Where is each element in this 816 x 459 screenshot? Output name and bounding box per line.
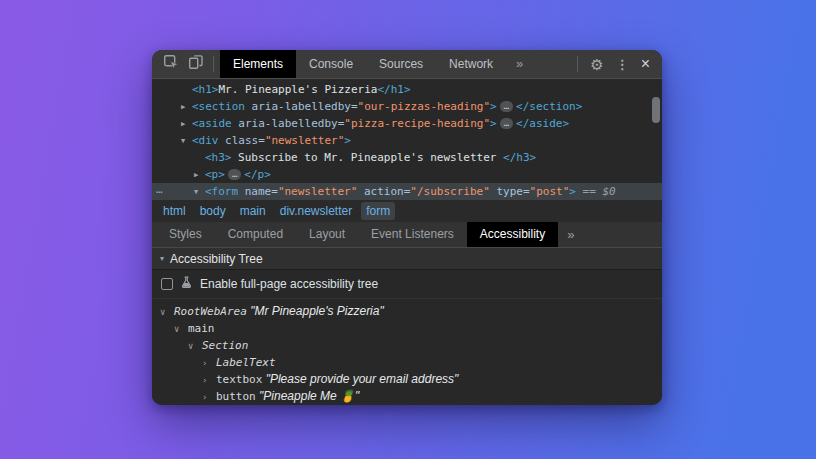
code-token-punct: =	[523, 185, 530, 198]
ax-node-button[interactable]: ›button "Pineapple Me 🍍"	[152, 388, 662, 405]
code-token-tag: </section>	[516, 100, 582, 113]
collapsed-content-ellipsis[interactable]: …	[500, 101, 513, 112]
collapse-arrow-icon[interactable]: ▼	[181, 133, 192, 150]
tab-sources[interactable]: Sources	[366, 50, 436, 78]
code-token-attr: action	[357, 185, 403, 198]
tab-console[interactable]: Console	[296, 50, 366, 78]
code-token-attr: type	[490, 185, 523, 198]
ax-node-textbox[interactable]: ›textbox "Please provide your email addr…	[152, 371, 662, 388]
toolbar-divider	[577, 56, 578, 72]
dom-tree-row[interactable]: ▶<p>…</p>	[152, 166, 662, 183]
breadcrumb-item-form[interactable]: form	[361, 202, 395, 220]
breadcrumb-item-div-newsletter[interactable]: div.newsletter	[275, 202, 357, 220]
code-token-punct: =	[258, 134, 265, 147]
ax-accessible-name: "Mr Pineapple's Pizzeria"	[247, 304, 384, 318]
dom-tree-row[interactable]: <h3> Subscribe to Mr. Pineapple's newsle…	[152, 149, 662, 166]
collapsed-content-ellipsis[interactable]: …	[228, 169, 241, 180]
breadcrumb: htmlbodymaindiv.newsletterform	[152, 198, 662, 222]
code-token-value: "post"	[530, 185, 570, 198]
dom-tree-row[interactable]: …▼<form name="newsletter" action="/subsc…	[152, 183, 662, 200]
code-token-tag: <h3>	[205, 151, 232, 164]
sidebar-panel-tabs: StylesComputedLayoutEvent ListenersAcces…	[152, 222, 662, 248]
ax-node-labeltext[interactable]: ›LabelText	[152, 354, 662, 371]
more-panel-tabs-chevron[interactable]: »	[558, 222, 583, 247]
ax-node-main[interactable]: ∨main	[152, 320, 662, 337]
dom-tree-row[interactable]: ▼<div class="newsletter">	[152, 132, 662, 149]
elements-rows: <h1>Mr. Pineapple's Pizzeria</h1>▶<secti…	[152, 81, 662, 200]
code-token-value: "our-pizzas-heading"	[358, 100, 490, 113]
close-icon[interactable]: ×	[641, 56, 650, 72]
code-token-flag: == $0	[576, 185, 616, 198]
devtools-toolbar: ElementsConsoleSourcesNetwork » ⚙ ⋮ ×	[152, 50, 662, 79]
panel-tab-accessibility[interactable]: Accessibility	[467, 222, 558, 247]
chevron-down-icon[interactable]: ∨	[174, 321, 188, 338]
code-token-value: "/subscribe"	[410, 185, 489, 198]
checkbox-label: Enable full-page accessibility tree	[200, 277, 378, 291]
code-token-tag: <aside	[192, 117, 232, 130]
ax-accessible-name: "Pineapple Me 🍍"	[256, 389, 360, 403]
ax-role: RootWebArea	[174, 305, 247, 318]
code-token-tag: >	[344, 134, 351, 147]
code-token-tag: </h1>	[377, 83, 410, 96]
chevron-down-icon[interactable]: ∨	[188, 338, 202, 355]
enable-full-page-checkbox[interactable]	[161, 278, 173, 290]
kebab-menu-icon[interactable]: ⋮	[616, 58, 629, 71]
ax-accessible-name: "Please provide your email address"	[262, 372, 458, 386]
ax-role: textbox	[216, 373, 262, 386]
code-token-attr: aria-labelledby	[245, 100, 351, 113]
code-token-tag: <div	[192, 134, 219, 147]
device-toolbar-icon[interactable]	[188, 54, 204, 74]
panel-tab-layout[interactable]: Layout	[296, 222, 358, 247]
more-tabs-chevron[interactable]: »	[506, 50, 533, 78]
chevron-down-icon[interactable]: ∨	[160, 304, 174, 321]
gutter-overflow-dots: …	[156, 181, 163, 198]
code-token-tag: >	[569, 185, 576, 198]
panel-tab-event-listeners[interactable]: Event Listeners	[358, 222, 467, 247]
expand-arrow-icon[interactable]: ▶	[181, 99, 192, 116]
scrollbar-thumb[interactable]	[652, 97, 660, 123]
code-token-tag: <form	[205, 185, 238, 198]
collapse-arrow-icon[interactable]: ▼	[194, 184, 205, 201]
section-collapse-arrow-icon: ▾	[160, 254, 164, 263]
settings-gear-icon[interactable]: ⚙	[590, 57, 603, 72]
chevron-right-icon[interactable]: ›	[202, 372, 216, 389]
code-token-text: Subscribe to Mr. Pineapple's newsletter	[232, 151, 504, 164]
code-token-attr: aria-labelledby	[232, 117, 338, 130]
breadcrumb-item-main[interactable]: main	[235, 202, 271, 220]
chevron-right-icon[interactable]: ›	[202, 389, 216, 405]
code-token-tag: <p>	[205, 168, 225, 181]
ax-role: Section	[202, 339, 248, 352]
ax-role: LabelText	[216, 356, 276, 369]
accessibility-tree-section-header[interactable]: ▾ Accessibility Tree	[152, 248, 662, 270]
code-token-tag: <h1>	[192, 83, 219, 96]
experiment-flask-icon	[180, 275, 193, 293]
code-token-punct: =	[271, 185, 278, 198]
expand-arrow-icon[interactable]: ▶	[181, 116, 192, 133]
accessibility-tree: ∨RootWebArea "Mr Pineapple's Pizzeria"∨m…	[152, 299, 662, 405]
code-token-value: "newsletter"	[278, 185, 357, 198]
breadcrumb-item-body[interactable]: body	[195, 202, 231, 220]
expand-arrow-icon[interactable]: ▶	[194, 167, 205, 184]
panel-tab-computed[interactable]: Computed	[215, 222, 296, 247]
chevron-right-icon[interactable]: ›	[202, 355, 216, 372]
inspect-element-icon[interactable]	[163, 54, 179, 74]
code-token-value: "pizza-recipe-heading"	[344, 117, 490, 130]
dom-tree-row[interactable]: <h1>Mr. Pineapple's Pizzeria</h1>	[152, 81, 662, 98]
ax-node-section[interactable]: ∨Section	[152, 337, 662, 354]
ax-role: main	[188, 322, 215, 335]
ax-role: button	[216, 390, 256, 403]
full-page-a11y-row: Enable full-page accessibility tree	[152, 270, 662, 299]
breadcrumb-item-html[interactable]: html	[158, 202, 191, 220]
elements-panel: <h1>Mr. Pineapple's Pizzeria</h1>▶<secti…	[152, 79, 662, 198]
dom-tree-row[interactable]: ▶<section aria-labelledby="our-pizzas-he…	[152, 98, 662, 115]
code-token-tag: </h3>	[503, 151, 536, 164]
tab-elements[interactable]: Elements	[220, 50, 296, 78]
ax-node-rootwebarea[interactable]: ∨RootWebArea "Mr Pineapple's Pizzeria"	[152, 303, 662, 320]
code-token-tag: </p>	[244, 168, 271, 181]
code-token-tag: </aside>	[516, 117, 569, 130]
dom-tree-row[interactable]: ▶<aside aria-labelledby="pizza-recipe-he…	[152, 115, 662, 132]
collapsed-content-ellipsis[interactable]: …	[500, 118, 513, 129]
tab-network[interactable]: Network	[436, 50, 506, 78]
code-token-attr: name	[238, 185, 271, 198]
panel-tab-styles[interactable]: Styles	[156, 222, 215, 247]
